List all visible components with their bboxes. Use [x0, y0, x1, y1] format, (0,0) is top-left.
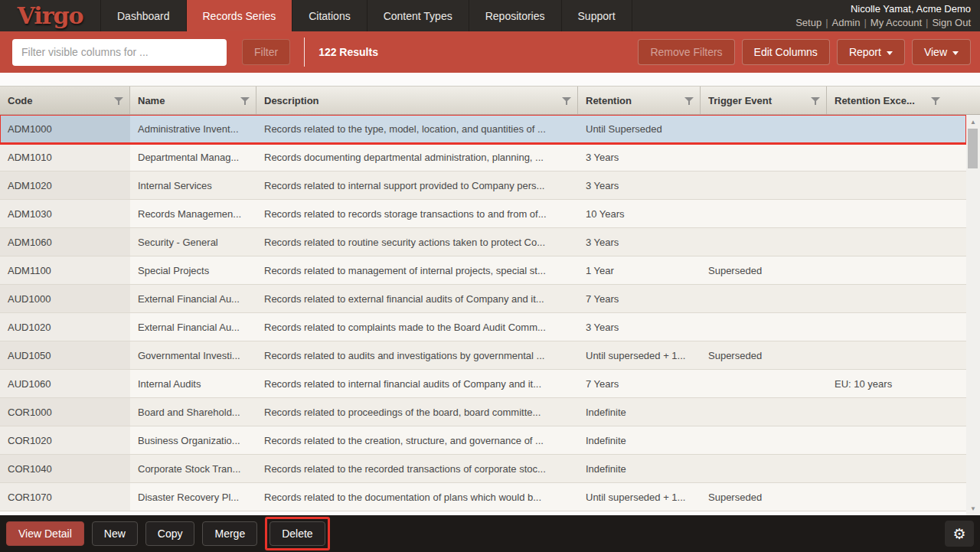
cell-code: ADM1030 [0, 200, 130, 227]
cell-trigger-event [701, 455, 827, 482]
cell-code: COR1020 [0, 426, 130, 454]
cell-name: Administrative Invent... [130, 115, 256, 142]
link-separator: | [864, 17, 866, 28]
cell-retention-exception [827, 115, 966, 142]
new-button[interactable]: New [92, 521, 138, 546]
filter-funnel-icon[interactable] [931, 96, 940, 105]
filter-funnel-icon[interactable] [114, 96, 123, 105]
edit-columns-button[interactable]: Edit Columns [742, 39, 830, 65]
remove-filters-button[interactable]: Remove Filters [638, 39, 734, 65]
table-row-adm1030[interactable]: ADM1030Records Managemen...Records relat… [0, 200, 966, 228]
nav-tab-support[interactable]: Support [562, 0, 632, 31]
filter-input[interactable] [12, 39, 227, 66]
cell-retention: 3 Years [578, 313, 701, 341]
nav-tab-content-types[interactable]: Content Types [368, 0, 469, 31]
report-button[interactable]: Report [837, 39, 905, 65]
cell-name: Board and Sharehold... [130, 398, 256, 426]
cell-retention-exception [827, 341, 966, 369]
cell-retention-exception [827, 171, 966, 199]
nav-tab-records-series[interactable]: Records Series [187, 0, 293, 31]
cell-retention-exception [827, 285, 966, 312]
user-link-sign-out[interactable]: Sign Out [932, 17, 971, 28]
cell-name: External Financial Au... [130, 285, 256, 312]
column-header-retention-exce[interactable]: Retention Exce... [827, 87, 980, 114]
table-row-aud1050[interactable]: AUD1050Governmental Investi...Records re… [0, 341, 966, 370]
table-row-adm1010[interactable]: ADM1010Departmental Manag...Records docu… [0, 143, 966, 171]
cell-retention: 3 Years [578, 228, 701, 256]
scroll-down-icon[interactable]: ▼ [966, 503, 980, 514]
copy-button[interactable]: Copy [145, 521, 195, 546]
records-grid: CodeNameDescriptionRetentionTrigger Even… [0, 73, 980, 515]
column-header-retention[interactable]: Retention [578, 87, 701, 114]
cell-trigger-event: Superseded [701, 256, 827, 284]
cell-retention: 7 Years [578, 370, 701, 397]
cell-retention: 7 Years [578, 285, 701, 312]
user-link-setup[interactable]: Setup [795, 17, 822, 28]
cell-retention-exception [827, 483, 966, 511]
cell-description: Records related to proceedings of the bo… [256, 398, 578, 426]
table-row-cor1020[interactable]: COR1020Business Organizatio...Records re… [0, 426, 966, 455]
cell-trigger-event [701, 171, 827, 199]
cell-name: Security - General [130, 228, 256, 256]
table-row-cor1040[interactable]: COR1040Corporate Stock Tran...Records re… [0, 455, 966, 483]
cell-description: Records related to internal support prov… [256, 171, 578, 199]
cell-name: Governmental Investi... [130, 341, 256, 369]
table-row-adm1000[interactable]: ADM1000Administrative Invent...Records r… [0, 115, 966, 143]
filter-funnel-icon[interactable] [684, 96, 694, 105]
nav-tab-citations[interactable]: Citations [292, 0, 367, 31]
table-row-aud1000[interactable]: AUD1000External Financial Au...Records r… [0, 285, 966, 313]
nav-tabs: DashboardRecords SeriesCitationsContent … [101, 0, 632, 31]
cell-code: ADM1000 [0, 115, 130, 142]
cell-trigger-event [701, 200, 827, 227]
table-row-cor1000[interactable]: COR1000Board and Sharehold...Records rel… [0, 398, 966, 426]
column-header-name[interactable]: Name [130, 87, 256, 114]
filter-button[interactable]: Filter [242, 39, 290, 65]
cell-code: COR1070 [0, 483, 130, 511]
logo-box[interactable]: Virgo [0, 0, 101, 31]
cell-trigger-event: Superseded [701, 483, 827, 511]
app-logo: Virgo [18, 5, 83, 28]
cell-trigger-event [701, 313, 827, 341]
table-row-adm1060[interactable]: ADM1060Security - GeneralRecords related… [0, 228, 966, 256]
cell-trigger-event [701, 228, 827, 256]
nav-tab-repositories[interactable]: Repositories [469, 0, 562, 31]
settings-button[interactable]: ⚙ [945, 521, 974, 547]
action-bar: View Detail New Copy Merge Delete ⚙ [0, 515, 980, 552]
nav-tab-dashboard[interactable]: Dashboard [101, 0, 187, 31]
table-row-aud1060[interactable]: AUD1060Internal AuditsRecords related to… [0, 370, 966, 398]
column-header-trigger-event[interactable]: Trigger Event [701, 87, 827, 114]
cell-retention-exception [827, 143, 966, 171]
grid-header-row: CodeNameDescriptionRetentionTrigger Even… [0, 86, 980, 115]
cell-description: Records related to the type, model, loca… [256, 115, 578, 142]
table-row-adm1100[interactable]: ADM1100Special ProjectsRecords related t… [0, 256, 966, 285]
table-row-aud1020[interactable]: AUD1020External Financial Au...Records r… [0, 313, 966, 341]
view-button[interactable]: View [912, 39, 971, 65]
merge-button[interactable]: Merge [202, 521, 257, 546]
cell-retention-exception [827, 455, 966, 482]
filter-funnel-icon[interactable] [240, 96, 250, 105]
cell-description: Records related to audits and investigat… [256, 341, 578, 369]
cell-retention: Until superseded + 1... [578, 341, 701, 369]
user-link-my-account[interactable]: My Account [871, 17, 922, 28]
table-row-adm1020[interactable]: ADM1020Internal ServicesRecords related … [0, 171, 966, 200]
filter-funnel-icon[interactable] [811, 96, 820, 105]
cell-name: Special Projects [130, 256, 256, 284]
table-row-cor1070[interactable]: COR1070Disaster Recovery Pl...Records re… [0, 483, 966, 511]
scrollbar-thumb[interactable] [968, 129, 978, 168]
view-detail-button[interactable]: View Detail [6, 521, 84, 546]
delete-button[interactable]: Delete [270, 521, 325, 546]
column-label: Retention Exce... [835, 95, 926, 106]
column-header-description[interactable]: Description [256, 87, 578, 114]
link-separator: | [926, 17, 928, 28]
user-link-admin[interactable]: Admin [832, 17, 861, 28]
filter-funnel-icon[interactable] [562, 96, 571, 105]
cell-code: AUD1050 [0, 341, 130, 369]
filter-toolbar: Filter 122 Results Remove FiltersEdit Co… [0, 31, 980, 73]
top-nav: Virgo DashboardRecords SeriesCitationsCo… [0, 0, 980, 31]
column-header-code[interactable]: Code [0, 87, 130, 114]
cell-description: Records related to internal financial au… [256, 370, 578, 397]
scroll-up-icon[interactable]: ▲ [966, 116, 980, 127]
vertical-scrollbar[interactable]: ▲ ▼ [966, 115, 980, 515]
cell-retention-exception [827, 313, 966, 341]
column-label: Retention [586, 95, 680, 106]
